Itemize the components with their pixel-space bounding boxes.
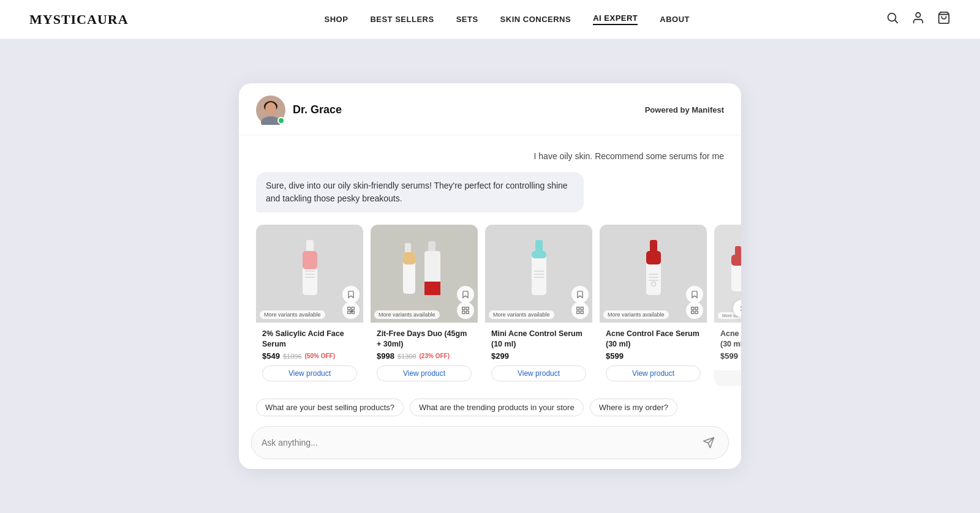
nav-links: SHOP BEST SELLERS SETS SKIN CONCERNS AI … (325, 13, 690, 25)
nav-sets[interactable]: SETS (456, 15, 478, 24)
svg-point-2 (916, 13, 920, 17)
product-name-5: Acne Cor(30 ml) (720, 329, 741, 350)
price-discount-1: (50% OFF) (305, 353, 335, 359)
products-row: More variants available + 2% Salicylic A… (239, 225, 741, 397)
price-discount-2: (23% OFF) (420, 353, 450, 359)
compare-btn-1[interactable]: + (342, 302, 360, 319)
svg-rect-33 (532, 251, 546, 258)
nav-about[interactable]: ABOUT (660, 15, 690, 24)
product-info-5: Acne Cor(30 ml) $599 (714, 323, 741, 371)
bookmark-btn-1[interactable] (342, 286, 360, 303)
price-row-1: $549 $1096 (50% OFF) (262, 351, 357, 361)
price-original-2: $1300 (398, 353, 417, 360)
chip-2[interactable]: What are the trending products in your s… (410, 399, 584, 416)
svg-rect-10 (303, 251, 317, 269)
view-product-btn-4[interactable]: View product (606, 365, 701, 381)
svg-rect-46 (649, 280, 658, 281)
svg-rect-36 (534, 277, 544, 278)
avatar (256, 95, 285, 125)
svg-rect-51 (695, 311, 698, 313)
product-image-1: More variants available + (256, 225, 363, 323)
svg-rect-31 (535, 240, 543, 252)
price-current-5: $599 (720, 351, 738, 361)
variants-badge-4: More variants available (603, 310, 669, 319)
compare-btn-3[interactable] (571, 302, 589, 319)
product-card-4: More variants available Acne Control Fac… (600, 225, 707, 387)
product-info-1: 2% Salicylic Acid Face Serum $549 $1096 … (256, 323, 363, 387)
svg-rect-14 (348, 307, 350, 309)
svg-point-6 (265, 102, 276, 114)
variants-badge-1: More variants available (260, 310, 325, 319)
nav-best-sellers[interactable]: BEST SELLERS (370, 15, 434, 24)
agent-name: Dr. Grace (293, 103, 342, 116)
nav-skin-concerns[interactable]: SKIN CONCERNS (500, 15, 571, 24)
view-product-btn-3[interactable]: View product (491, 365, 586, 381)
chip-3[interactable]: Where is my order? (590, 399, 677, 416)
bookmark-btn-3[interactable] (571, 286, 589, 303)
chip-1[interactable]: What are your best selling products? (256, 399, 404, 416)
product-name-1: 2% Salicylic Acid Face Serum (262, 329, 357, 350)
svg-rect-34 (534, 271, 544, 272)
svg-rect-48 (692, 307, 694, 309)
product-name-3: Mini Acne Control Serum (10 ml) (491, 329, 586, 350)
product-image-3: More variants available (485, 225, 592, 323)
price-row-5: $599 (720, 351, 741, 361)
product-name-4: Acne Control Face Serum (30 ml) (606, 329, 701, 350)
svg-rect-39 (577, 311, 579, 313)
svg-rect-38 (581, 307, 583, 309)
suggestion-chips: What are your best selling products? Wha… (239, 396, 741, 426)
svg-rect-45 (649, 277, 658, 278)
svg-rect-40 (581, 311, 583, 313)
svg-rect-13 (305, 277, 315, 278)
svg-rect-30 (466, 311, 469, 313)
price-row-3: $299 (491, 351, 586, 361)
svg-rect-15 (352, 307, 354, 309)
svg-rect-29 (462, 311, 465, 313)
svg-rect-25 (424, 282, 440, 295)
bookmark-btn-4[interactable] (686, 286, 703, 303)
svg-point-0 (888, 13, 896, 21)
price-row-4: $599 (606, 351, 701, 361)
products-container: More variants available + 2% Salicylic A… (239, 225, 741, 397)
price-row-2: $998 $1300 (23% OFF) (377, 351, 472, 361)
search-icon[interactable] (886, 11, 899, 28)
product-info-4: Acne Control Face Serum (30 ml) $599 Vie… (600, 323, 707, 387)
user-message: I have oily skin. Recommend some serums … (534, 148, 724, 165)
svg-rect-28 (466, 307, 469, 309)
svg-text:+: + (352, 310, 353, 313)
compare-btn-2[interactable] (457, 302, 474, 319)
svg-rect-43 (646, 251, 661, 264)
svg-line-1 (895, 20, 897, 23)
brand-logo[interactable]: MYSTICAURA (29, 12, 129, 28)
svg-rect-54 (731, 255, 741, 266)
svg-rect-8 (306, 240, 314, 252)
nav-ai-expert[interactable]: AI EXPERT (593, 13, 638, 25)
nav-icons (886, 11, 951, 28)
product-info-3: Mini Acne Control Serum (10 ml) $299 Vie… (485, 323, 592, 387)
powered-by: Powered by Manifest (645, 105, 724, 114)
svg-rect-16 (348, 311, 350, 313)
product-image-4: More variants available (600, 225, 707, 323)
account-icon[interactable] (911, 11, 925, 28)
view-product-btn-1[interactable]: View product (262, 365, 357, 381)
send-button[interactable] (699, 433, 718, 452)
bag-icon[interactable] (937, 11, 951, 28)
price-current-2: $998 (377, 351, 394, 361)
svg-rect-26 (424, 251, 440, 256)
chat-input[interactable] (262, 438, 699, 447)
price-current-1: $549 (262, 351, 280, 361)
view-product-btn-2[interactable]: View product (377, 365, 472, 381)
svg-rect-35 (534, 274, 544, 275)
chat-input-bar (251, 426, 729, 459)
bookmark-btn-2[interactable] (457, 286, 474, 303)
product-card-3: More variants available Mini Acne Contro… (485, 225, 592, 387)
navbar: MYSTICAURA SHOP BEST SELLERS SETS SKIN C… (0, 0, 980, 39)
svg-rect-22 (403, 252, 415, 264)
product-card-2: More variants available Zit-Free Days Du… (371, 225, 478, 387)
svg-rect-37 (577, 307, 579, 309)
chat-header: Dr. Grace Powered by Manifest (239, 83, 741, 135)
nav-shop[interactable]: SHOP (325, 15, 349, 24)
online-indicator (277, 117, 285, 124)
compare-btn-4[interactable] (686, 302, 703, 319)
chat-header-left: Dr. Grace (256, 95, 342, 125)
